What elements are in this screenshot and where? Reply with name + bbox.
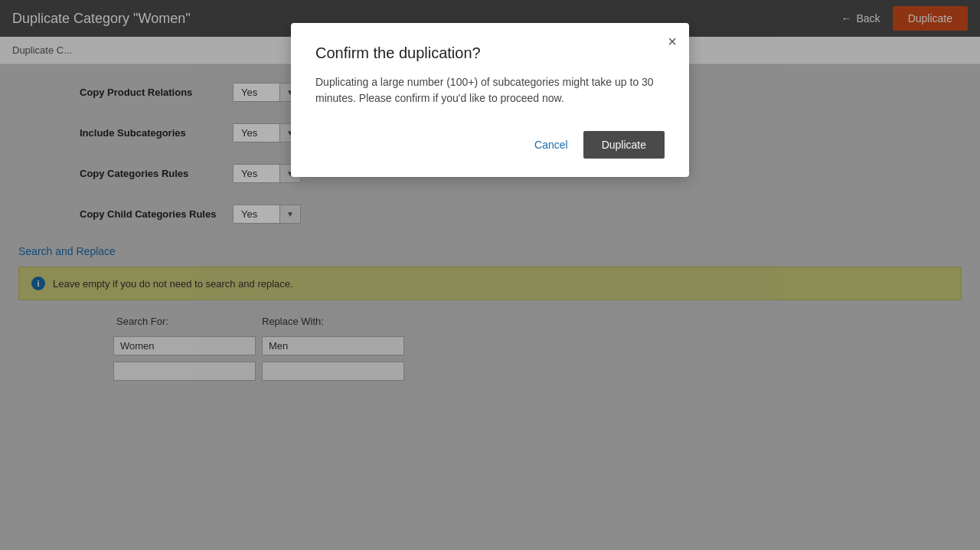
modal-cancel-button[interactable]: Cancel: [534, 139, 568, 151]
modal-title: Confirm the duplication?: [315, 44, 665, 62]
modal-close-button[interactable]: ×: [668, 34, 677, 49]
modal-overlay: × Confirm the duplication? Duplicating a…: [0, 0, 980, 550]
modal-duplicate-button[interactable]: Duplicate: [583, 131, 665, 159]
modal-dialog: × Confirm the duplication? Duplicating a…: [291, 23, 689, 177]
modal-actions: Cancel Duplicate: [315, 131, 665, 159]
modal-body: Duplicating a large number (100+) of sub…: [315, 74, 665, 106]
